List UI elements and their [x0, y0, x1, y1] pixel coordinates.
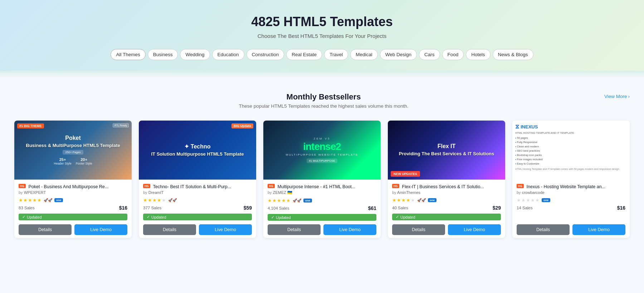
filter-tab-all-themes[interactable]: All Themes — [111, 49, 145, 60]
thumb-logo: Poket — [65, 135, 81, 141]
card-sales-row: 83 Sales $16 — [19, 205, 127, 211]
star-rating: ★★★★★ — [392, 197, 415, 203]
card-sales-row: 4.104 Sales $61 — [268, 205, 376, 211]
thumb-title: Business & MultiPurpose HTML5 Template — [26, 143, 120, 149]
updated-badge: ✓ Updated — [392, 214, 501, 220]
thumb-intense-content: ZEM v5 intense2 MULTIPURPOSE WEBSITE TEM… — [263, 121, 381, 180]
card-type-badge: H5 — [517, 184, 524, 188]
thumb-content-techno: BIG Update ✦ Techno IT Solution Multipur… — [139, 121, 256, 180]
inexus-logo: ⧖ INEXUS — [515, 123, 627, 130]
card-title-row: H5 Inexus - Hosting Website Template an.… — [517, 184, 625, 190]
filter-tab-food[interactable]: Food — [442, 49, 464, 60]
card-body: H5 Inexus - Hosting Website Template an.… — [512, 180, 630, 238]
view-more-link[interactable]: View More › — [604, 94, 630, 99]
filter-bar: All ThemesBusinessWeddingEducationConstr… — [7, 49, 637, 60]
rocket-badge: 🚀🚀 — [417, 198, 426, 202]
thumb-badge-update: BIG Update — [231, 123, 253, 128]
thumb-badge: #1 BIG THEME — [17, 123, 44, 128]
updated-badge: ✓ Updated — [143, 214, 252, 220]
card-sales: 14 Sales — [517, 206, 533, 210]
filter-tab-cars[interactable]: Cars — [419, 49, 440, 60]
card-sales-row: 14 Sales $16 — [517, 205, 625, 211]
details-button[interactable]: Details — [268, 224, 321, 235]
live-demo-button[interactable]: Live Demo — [199, 224, 252, 235]
card-actions: Details Live Demo — [517, 224, 625, 235]
filter-tab-medical[interactable]: Medical — [350, 49, 378, 60]
card-actions: Details Live Demo — [268, 224, 376, 235]
star-rating: ★★★★★ — [19, 197, 42, 203]
card-type-badge: H5 — [392, 184, 399, 188]
card-title: Techno- Best IT Solution & Multi-Purp... — [153, 184, 252, 190]
rocket-badge: 🚀🚀 — [168, 198, 177, 202]
card-sales-row: 40 Sales $29 — [392, 205, 501, 211]
card-sales-row: 377 Sales $59 — [143, 205, 252, 211]
star-rating: ★★★★★ — [268, 198, 291, 203]
details-button[interactable]: Details — [19, 224, 72, 235]
thumb-logo: ✦ Techno — [184, 143, 210, 150]
card-body: H5 Poket - Business And Multipurpose Re.… — [14, 180, 132, 238]
card-author: by DreamIT — [143, 190, 252, 195]
envato-one-badge: one — [428, 198, 436, 202]
card-author: by AminThemes — [392, 190, 501, 195]
card-type-badge: H5 — [19, 184, 26, 188]
rocket-badge: 🚀🚀 — [293, 199, 301, 202]
thumb-content-poket: #1 BIG THEME RTL Ready Poket Business & … — [14, 121, 132, 180]
card-thumbnail: BIG Update ✦ Techno IT Solution Multipur… — [139, 121, 256, 180]
card-sales: 4.104 Sales — [268, 206, 289, 210]
product-card-poket: #1 BIG THEME RTL Ready Poket Business & … — [14, 121, 132, 238]
live-demo-button[interactable]: Live Demo — [74, 224, 127, 235]
filter-tab-business[interactable]: Business — [148, 49, 178, 60]
product-card-intense: ZEM v5 intense2 MULTIPURPOSE WEBSITE TEM… — [263, 121, 381, 238]
filter-tab-construction[interactable]: Construction — [247, 49, 284, 60]
card-body: H5 Techno- Best IT Solution & Multi-Purp… — [139, 180, 256, 238]
filter-tab-web-design[interactable]: Web Design — [380, 49, 417, 60]
card-price: $61 — [368, 205, 376, 211]
envato-one-badge: one — [303, 199, 312, 202]
card-thumbnail: NEW UPDATES Flex IT Providing The Best S… — [388, 121, 505, 180]
live-demo-button[interactable]: Live Demo — [448, 224, 501, 235]
card-title-row: H5 Flex-IT | Business Services & IT Solu… — [392, 184, 501, 190]
filter-tab-news-blogs[interactable]: News & Blogs — [493, 49, 533, 60]
card-title: Flex-IT | Business Services & IT Solutio… — [402, 184, 501, 190]
filter-tab-real-estate[interactable]: Real Estate — [286, 49, 322, 60]
filter-tab-wedding[interactable]: Wedding — [180, 49, 210, 60]
card-sales: 40 Sales — [392, 206, 408, 210]
live-demo-button[interactable]: Live Demo — [572, 224, 625, 235]
card-thumbnail: ⧖ INEXUS HTML HOSTING TEMPLATE AND IT TE… — [512, 121, 630, 180]
thumb-logo: Flex IT — [438, 143, 456, 150]
product-card-flex-it: NEW UPDATES Flex IT Providing The Best S… — [388, 121, 505, 238]
thumb-title: IT Solution Multipurpose HTML5 Template — [151, 151, 244, 157]
card-title: Inexus - Hosting Website Template an... — [527, 184, 625, 190]
card-meta: ★★★★★ one — [517, 197, 625, 203]
page-subtitle: Choose The Best HTML5 Templates For Your… — [7, 33, 637, 39]
section-title: Monthly Bestsellers — [43, 92, 604, 102]
details-button[interactable]: Details — [517, 224, 570, 235]
live-demo-button[interactable]: Live Demo — [323, 224, 376, 235]
updated-badge: ✓ Updated — [268, 214, 376, 221]
filter-tab-education[interactable]: Education — [212, 49, 244, 60]
product-card-inexus: ⧖ INEXUS HTML HOSTING TEMPLATE AND IT TE… — [512, 121, 630, 238]
card-thumbnail: #1 BIG THEME RTL Ready Poket Business & … — [14, 121, 132, 180]
divider — [0, 71, 644, 78]
card-meta: ★★★★★ 🚀🚀one — [268, 198, 376, 203]
card-title-row: H5 Techno- Best IT Solution & Multi-Purp… — [143, 184, 252, 190]
card-price: $59 — [244, 205, 252, 211]
card-meta: ★★★★★ 🚀🚀one — [392, 197, 501, 203]
thumb-content-flex-it: NEW UPDATES Flex IT Providing The Best S… — [388, 121, 505, 180]
hero-section: 4825 HTML5 Templates Choose The Best HTM… — [0, 0, 644, 71]
filter-tab-travel[interactable]: Travel — [324, 49, 348, 60]
details-button[interactable]: Details — [392, 224, 445, 235]
card-title-row: H5 Poket - Business And Multipurpose Re.… — [19, 184, 127, 190]
details-button[interactable]: Details — [143, 224, 196, 235]
card-body: H5 Flex-IT | Business Services & IT Solu… — [388, 180, 505, 238]
thumb-badge-new: NEW UPDATES — [391, 171, 420, 177]
card-sales: 377 Sales — [143, 206, 161, 210]
card-actions: Details Live Demo — [19, 224, 127, 235]
card-meta: ★★★★★ 🚀🚀 — [143, 197, 252, 203]
card-actions: Details Live Demo — [143, 224, 252, 235]
section-header: Monthly Bestsellers These popular HTML5 … — [14, 92, 630, 118]
card-actions: Details Live Demo — [392, 224, 501, 235]
envato-one-badge: one — [54, 198, 63, 202]
filter-tab-hotels[interactable]: Hotels — [466, 49, 490, 60]
flag-icon: 🇺🇦 — [287, 190, 292, 195]
